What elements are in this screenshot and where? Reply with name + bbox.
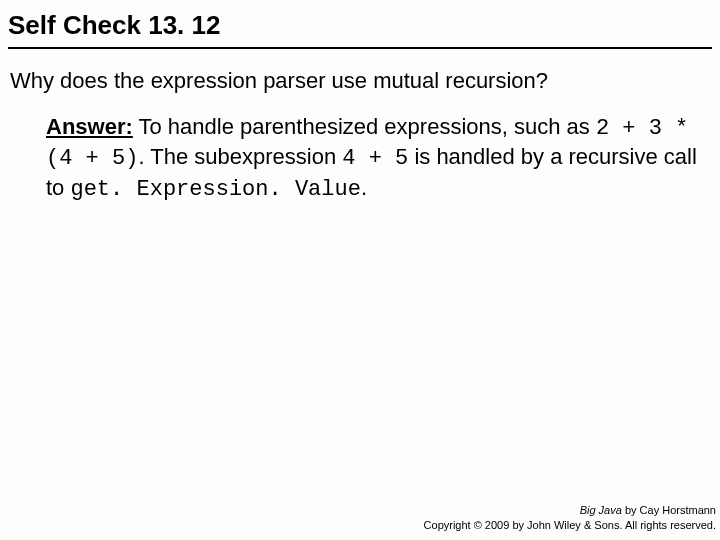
slide: Self Check 13. 12 Why does the expressio… — [0, 0, 720, 540]
answer-code-3: get. Expression. Value — [70, 177, 360, 202]
title-bar: Self Check 13. 12 — [8, 10, 712, 49]
answer-text-2: . The subexpression — [138, 144, 342, 169]
slide-title: Self Check 13. 12 — [8, 10, 712, 41]
footer: Big Java by Cay Horstmann Copyright © 20… — [424, 503, 716, 532]
footer-byline: by Cay Horstmann — [622, 504, 716, 516]
answer-code-2: 4 + 5 — [342, 146, 408, 171]
question-text: Why does the expression parser use mutua… — [10, 67, 712, 95]
footer-book-title: Big Java — [580, 504, 622, 516]
answer-block: Answer: To handle parenthesized expressi… — [46, 113, 708, 205]
answer-text-1: To handle parenthesized expressions, suc… — [133, 114, 596, 139]
answer-text-4: . — [361, 175, 367, 200]
footer-line-1: Big Java by Cay Horstmann — [424, 503, 716, 517]
footer-copyright: Copyright © 2009 by John Wiley & Sons. A… — [424, 518, 716, 532]
answer-label: Answer: — [46, 114, 133, 139]
